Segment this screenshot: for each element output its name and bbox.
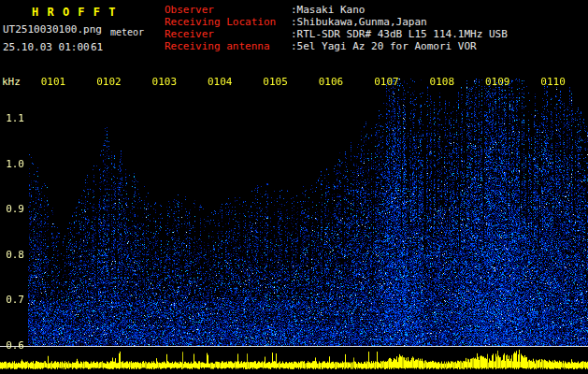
y-axis-unit-label: kHz [2,77,21,87]
receiving-location-label: Receiving Location [165,17,276,27]
filename-label: UT2510030100.png [3,24,102,35]
hrofft-screen: H R O F F T UT2510030100.png meteor 25.1… [0,0,588,374]
x-tick-label: 0106 [319,77,344,87]
y-tick-label: 1.0 [2,159,24,169]
x-tick-label: 0110 [540,77,566,87]
receiving-antenna-value: :5el Yagi Az 20 for Aomori VOR [291,41,477,51]
signal-trace-canvas [0,347,588,374]
receiver-label: Receiver [165,29,214,39]
app-title: H R O F F T [32,7,116,18]
y-tick-label: 0.7 [2,295,24,305]
x-tick-label: 0104 [208,77,233,87]
receiving-location-value: :Shibukawa,Gunma,Japan [291,17,427,27]
x-tick-label: 0105 [263,77,288,87]
x-tick-label: 0102 [96,77,122,87]
observer-label: Observer [165,5,214,15]
x-tick-label: 0108 [430,77,455,87]
y-tick-label: 0.6 [2,340,24,351]
receiving-antenna-label: Receiving antenna [165,41,270,51]
x-tick-label: 0107 [374,77,399,87]
datetime-label: 25.10.03 01:00 [3,42,90,52]
x-tick-label: 0101 [41,77,66,87]
y-tick-label: 1.1 [2,113,24,123]
mode-label: meteor [110,28,144,37]
spectrogram-canvas [28,79,588,346]
observer-value: :Masaki Kano [291,5,365,15]
y-tick-label: 0.8 [2,250,24,260]
receiver-value: :RTL-SDR SDR# 43dB L15 114.1MHz USB [291,29,508,39]
echo-count-label: 61 [91,42,103,52]
y-tick-label: 0.9 [2,204,24,214]
bottom-panel-divider [0,346,588,347]
x-tick-label: 0109 [485,77,510,87]
x-tick-label: 0103 [152,77,178,87]
